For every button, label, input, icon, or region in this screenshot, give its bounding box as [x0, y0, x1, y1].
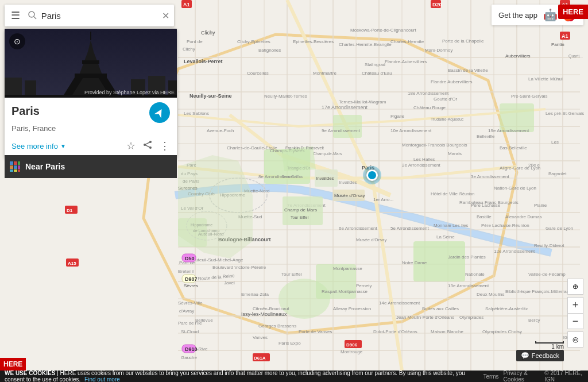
zoom-out-button[interactable]: − — [567, 313, 583, 329]
svg-text:Olympiades: Olympiades — [459, 315, 483, 320]
svg-text:Raspail-Montparnasse: Raspail-Montparnasse — [322, 289, 368, 294]
svg-text:Invalides: Invalides — [316, 176, 334, 181]
svg-text:Musée d'Orsay: Musée d'Orsay — [334, 193, 365, 198]
svg-text:Flandre Aubervilliers: Flandre Aubervilliers — [431, 79, 472, 84]
svg-text:Epinettes-Bessières: Epinettes-Bessières — [293, 39, 334, 44]
svg-text:Sèvres-Ville: Sèvres-Ville — [178, 300, 203, 306]
svg-text:D910: D910 — [185, 346, 198, 352]
compass-button[interactable]: ⊕ — [567, 279, 583, 295]
svg-text:Olympiades Choisy: Olympiades Choisy — [482, 329, 522, 334]
svg-text:Buttes aux Cailles: Buttes aux Cailles — [422, 306, 459, 311]
svg-text:6e Arrondissement: 6e Arrondissement — [339, 226, 377, 231]
svg-rect-217 — [82, 60, 99, 64]
svg-text:Charles-Hermite-Evangile: Charles-Hermite-Evangile — [339, 42, 392, 47]
svg-text:Didot-Porte d'Orléans: Didot-Porte d'Orléans — [373, 329, 417, 334]
share-icon[interactable] — [142, 140, 153, 153]
svg-text:La Villette: La Villette — [528, 76, 549, 82]
svg-text:3e Arrondissement: 3e Arrondissement — [471, 174, 509, 179]
svg-text:Tour Eiffel: Tour Eiffel — [291, 215, 308, 219]
zoom-in-button[interactable]: + — [567, 297, 583, 313]
svg-text:Neully-Maillot-Ternes: Neully-Maillot-Ternes — [264, 94, 307, 99]
map-pin — [363, 166, 381, 184]
see-more-label: See more info — [11, 142, 58, 151]
svg-text:Goutte d'Or: Goutte d'Or — [434, 97, 457, 102]
svg-text:D907: D907 — [185, 276, 198, 282]
near-paris-bar[interactable]: Near Paris — [5, 155, 177, 178]
svg-rect-219 — [5, 78, 22, 98]
android-icon[interactable]: 🤖 — [543, 8, 558, 22]
grid-icon — [5, 155, 25, 178]
svg-text:Paris Expo: Paris Expo — [278, 341, 301, 346]
svg-text:9e Arrondissement: 9e Arrondissement — [322, 128, 360, 133]
svg-text:d'Avray: d'Avray — [179, 308, 194, 314]
clear-button[interactable]: ✕ — [157, 5, 174, 26]
svg-text:Georges Brassens: Georges Brassens — [258, 323, 296, 329]
svg-text:Citroën-Boucicaut: Citroën-Boucicaut — [253, 306, 289, 311]
svg-text:Bastille: Bastille — [477, 214, 492, 219]
svg-text:Pantin: Pantin — [551, 42, 564, 47]
svg-text:Aubervilliers: Aubervilliers — [505, 53, 531, 59]
map-controls: ⊕ + − ◎ — [567, 279, 583, 348]
bookmark-icon[interactable]: ☆ — [126, 140, 136, 153]
svg-text:Quarti...: Quarti... — [568, 54, 583, 59]
svg-text:12e Arrondissement: 12e Arrondissement — [494, 249, 535, 254]
svg-text:13e Arrondissement: 13e Arrondissement — [448, 283, 489, 288]
svg-text:A1: A1 — [562, 33, 568, 39]
svg-text:18e Arrondissement: 18e Arrondissement — [408, 91, 449, 96]
svg-text:Tour Eiffel: Tour Eiffel — [281, 272, 302, 277]
svg-text:Château Rouge: Château Rouge — [413, 105, 446, 110]
svg-text:A1: A1 — [183, 2, 190, 7]
feedback-icon: 💬 — [521, 352, 529, 360]
find-out-more-link[interactable]: Find out more — [84, 376, 120, 382]
svg-text:Deux Moulins: Deux Moulins — [477, 292, 504, 297]
location-button[interactable]: ◎ — [567, 331, 583, 348]
see-more-button[interactable]: See more info ▼ — [11, 142, 66, 151]
svg-text:Porte de la Chapelle: Porte de la Chapelle — [442, 38, 484, 44]
image-credit: Provided by Stéphane Lopez via HERE — [84, 90, 175, 95]
here-logo-top[interactable]: HERE — [558, 5, 588, 19]
privacy-link[interactable]: Privacy & Cookies — [504, 370, 540, 382]
bottom-links: Terms Privacy & Cookies © 2017 HERE, IGN — [483, 370, 583, 382]
svg-text:Sèvres: Sèvres — [184, 283, 198, 288]
svg-text:Porte de Vanves: Porte de Vanves — [299, 329, 332, 334]
svg-text:Champ-de-Mars: Champ-de-Mars — [313, 152, 342, 156]
svg-text:Reuilly-Diderot: Reuilly-Diderot — [534, 243, 564, 248]
scale-label: 1 km — [551, 344, 564, 350]
svg-text:Clichy: Clichy — [183, 47, 195, 52]
svg-text:Alleray Procession: Alleray Procession — [333, 306, 371, 311]
svg-text:1er Arro...: 1er Arro... — [373, 197, 393, 202]
svg-text:17e Arrondissement: 17e Arrondissement — [322, 105, 368, 110]
svg-text:Marx-Dormoy: Marx-Dormoy — [425, 48, 452, 53]
more-icon[interactable]: ⋮ — [160, 140, 170, 153]
search-input[interactable] — [39, 11, 157, 21]
svg-text:2e Arrondissement: 2e Arrondissement — [402, 163, 440, 168]
place-image-icon: ⊙ — [9, 33, 25, 49]
svg-text:Pernety: Pernety — [356, 283, 372, 288]
svg-text:Alexandre Dumas: Alexandre Dumas — [505, 214, 542, 219]
feedback-button[interactable]: 💬 Feedback — [516, 350, 564, 361]
svg-text:Montorgueil-Francois Bourgeois: Montorgueil-Francois Bourgeois — [402, 142, 467, 148]
svg-rect-234 — [10, 165, 13, 169]
svg-text:Les Sablons: Les Sablons — [184, 111, 209, 116]
svg-text:Franklin D. Roosevelt: Franklin D. Roosevelt — [285, 146, 324, 150]
svg-rect-236 — [18, 165, 20, 169]
svg-text:Les: Les — [551, 140, 559, 145]
svg-text:Gare de Lyon: Gare de Lyon — [546, 226, 573, 231]
svg-text:Réunion: Réunion — [459, 192, 474, 196]
here-logo-bottom[interactable]: HERE — [0, 358, 26, 371]
svg-text:Bretenil: Bretenil — [178, 269, 194, 274]
svg-text:Boulevard Victoire-Péreire: Boulevard Victoire-Péreire — [212, 265, 266, 270]
svg-text:Clichy: Clichy — [201, 30, 215, 36]
hamburger-button[interactable]: ☰ — [5, 5, 26, 26]
navigate-button[interactable] — [149, 102, 170, 123]
svg-text:Montmartre: Montmartre — [313, 71, 336, 76]
terms-link[interactable]: Terms — [483, 373, 498, 380]
place-name: Paris — [11, 105, 40, 118]
hamburger-icon: ☰ — [11, 9, 20, 22]
svg-text:Issy-les-Moulineaux: Issy-les-Moulineaux — [241, 311, 287, 317]
svg-marker-225 — [154, 107, 165, 118]
svg-text:Jean Moulin-Porte d'Orléans: Jean Moulin-Porte d'Orléans — [396, 315, 454, 320]
near-paris-label: Near Paris — [25, 162, 65, 171]
svg-text:Marais: Marais — [448, 151, 462, 156]
svg-text:Bercy: Bercy — [528, 318, 540, 323]
